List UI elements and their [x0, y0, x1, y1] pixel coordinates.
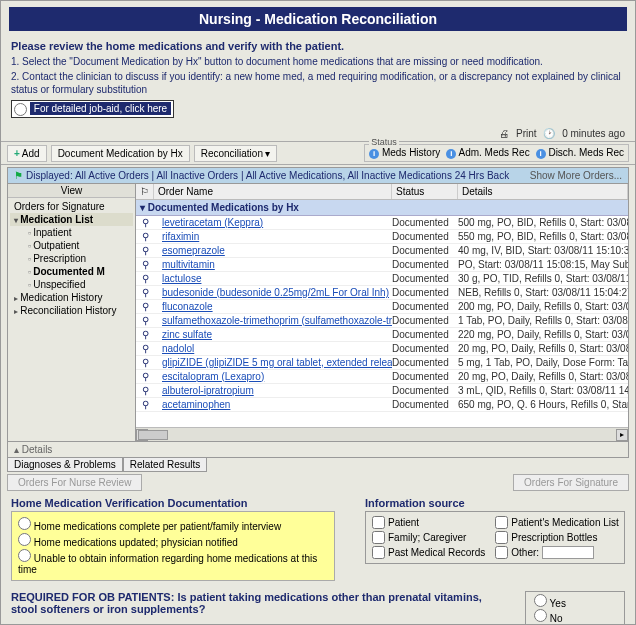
add-button[interactable]: + Add — [7, 145, 47, 162]
orders-grid: ⚐ Order Name Status Details ▾ Documented… — [136, 184, 628, 441]
row-flag-icon: ⚲ — [136, 356, 154, 370]
order-status: Documented — [392, 370, 458, 384]
instructions-block: Please review the home medications and v… — [1, 37, 635, 126]
verify-opt-unable[interactable]: Unable to obtain information regarding h… — [18, 549, 328, 575]
bottom-tabs: Diagnoses & Problems Related Results — [7, 458, 629, 472]
src-family[interactable]: Family; Caregiver — [372, 531, 485, 544]
row-flag-icon: ⚲ — [136, 258, 154, 272]
order-details: 5 mg, 1 Tab, PO, Daily, Dose Form: Tab E… — [458, 356, 628, 370]
order-name-link[interactable]: lactulose — [154, 272, 392, 286]
col-details[interactable]: Details — [458, 184, 628, 199]
disch-meds-rec-status[interactable]: i Disch. Meds Rec — [536, 147, 624, 159]
tree-medication-history[interactable]: Medication History — [10, 291, 133, 304]
adm-meds-rec-status[interactable]: i Adm. Meds Rec — [446, 147, 529, 159]
tree-reconciliation-history[interactable]: Reconciliation History — [10, 304, 133, 317]
src-patient[interactable]: Patient — [372, 516, 485, 529]
print-label[interactable]: Print — [516, 128, 537, 139]
jobaid-radio[interactable] — [14, 103, 27, 116]
col-status[interactable]: Status — [392, 184, 458, 199]
action-row: Orders For Nurse Review Orders For Signa… — [7, 474, 629, 491]
order-name-link[interactable]: multivitamin — [154, 258, 392, 272]
col-order-name[interactable]: Order Name — [154, 184, 392, 199]
ob-no[interactable]: No — [534, 609, 616, 624]
col-flag[interactable]: ⚐ — [136, 184, 154, 199]
order-name-link[interactable]: esomeprazole — [154, 244, 392, 258]
show-more-orders[interactable]: Show More Orders... — [530, 170, 622, 181]
ob-yes-radio[interactable] — [534, 594, 547, 607]
src-family-check[interactable] — [372, 531, 385, 544]
table-row[interactable]: ⚲zinc sulfateDocumented220 mg, PO, Daily… — [136, 328, 628, 342]
src-med-list[interactable]: Patient's Medication List — [495, 516, 619, 529]
meds-history-status[interactable]: i Meds History — [369, 147, 440, 159]
order-name-link[interactable]: escitalopram (Lexapro) — [154, 370, 392, 384]
main-split: View Orders for Signature Medication Lis… — [7, 184, 629, 442]
table-row[interactable]: ⚲nadololDocumented20 mg, PO, Daily, Refi… — [136, 342, 628, 356]
verify-radio-1[interactable] — [18, 517, 31, 530]
scroll-right-icon[interactable]: ▸ — [616, 429, 628, 441]
details-panel-header[interactable]: ▴ Details — [7, 442, 629, 458]
table-row[interactable]: ⚲sulfamethoxazole-trimethoprim (sulfamet… — [136, 314, 628, 328]
order-name-link[interactable]: glipiZIDE (glipiZIDE 5 mg oral tablet, e… — [154, 356, 392, 370]
tree-unspecified[interactable]: Unspecified — [10, 278, 133, 291]
order-name-link[interactable]: albuterol-ipratropium — [154, 384, 392, 398]
order-name-link[interactable]: fluconazole — [154, 300, 392, 314]
table-row[interactable]: ⚲albuterol-ipratropiumDocumented3 mL, QI… — [136, 384, 628, 398]
order-name-link[interactable]: acetaminophen — [154, 398, 392, 412]
jobaid-link[interactable]: For detailed job-aid, click here — [11, 100, 174, 118]
src-patient-check[interactable] — [372, 516, 385, 529]
order-name-link[interactable]: zinc sulfate — [154, 328, 392, 342]
tab-diagnoses-problems[interactable]: Diagnoses & Problems — [7, 458, 123, 472]
order-name-link[interactable]: sulfamethoxazole-trimethoprim (sulfameth… — [154, 314, 392, 328]
src-past-check[interactable] — [372, 546, 385, 559]
display-filter-bar[interactable]: ⚑ Displayed: All Active Orders | All Ina… — [7, 167, 629, 184]
tab-related-results[interactable]: Related Results — [123, 458, 208, 472]
doc-med-by-hx-button[interactable]: Document Medication by Hx — [51, 145, 190, 162]
src-other[interactable]: Other: — [495, 546, 619, 559]
tree-documented[interactable]: Documented M — [10, 265, 133, 278]
table-row[interactable]: ⚲levetiracetam (Keppra)Documented500 mg,… — [136, 216, 628, 230]
print-icon[interactable] — [499, 128, 509, 139]
tree-orders-for-signature[interactable]: Orders for Signature — [10, 200, 133, 213]
tree-medication-list[interactable]: Medication List — [10, 213, 133, 226]
verify-radio-2[interactable] — [18, 533, 31, 546]
src-other-input[interactable] — [542, 546, 594, 559]
order-name-link[interactable]: levetiracetam (Keppra) — [154, 216, 392, 230]
tree-prescription[interactable]: Prescription — [10, 252, 133, 265]
order-name-link[interactable]: budesonide (budesonide 0.25mg/2mL For Or… — [154, 286, 392, 300]
table-row[interactable]: ⚲esomeprazoleDocumented40 mg, IV, BID, S… — [136, 244, 628, 258]
verify-opt-updated[interactable]: Home medications updated; physician noti… — [18, 533, 328, 548]
verify-radio-3[interactable] — [18, 549, 31, 562]
orders-for-nurse-review-button[interactable]: Orders For Nurse Review — [7, 474, 142, 491]
src-med-list-check[interactable] — [495, 516, 508, 529]
orders-for-signature-button[interactable]: Orders For Signature — [513, 474, 629, 491]
src-past[interactable]: Past Medical Records — [372, 546, 485, 559]
ob-yes[interactable]: Yes — [534, 594, 616, 609]
table-row[interactable]: ⚲acetaminophenDocumented650 mg, PO, Q. 6… — [136, 398, 628, 412]
grid-body[interactable]: ▾ Documented Medications by Hx ⚲levetira… — [136, 200, 628, 427]
ob-no-radio[interactable] — [534, 609, 547, 622]
scroll-thumb[interactable] — [138, 430, 168, 440]
verify-opt-complete[interactable]: Home medications complete per patient/fa… — [18, 517, 328, 532]
tree-inpatient[interactable]: Inpatient — [10, 226, 133, 239]
order-details: 220 mg, PO, Daily, Refills 0, Start: 03/… — [458, 328, 628, 342]
table-row[interactable]: ⚲multivitaminDocumentedPO, Start: 03/08/… — [136, 258, 628, 272]
order-details: 650 mg, PO, Q. 6 Hours, Refills 0, Start… — [458, 398, 628, 412]
tree-outpatient[interactable]: Outpatient — [10, 239, 133, 252]
src-other-check[interactable] — [495, 546, 508, 559]
order-name-link[interactable]: rifaximin — [154, 230, 392, 244]
section-documented-by-hx[interactable]: ▾ Documented Medications by Hx — [136, 200, 628, 216]
table-row[interactable]: ⚲lactuloseDocumented30 g, PO, TID, Refil… — [136, 272, 628, 286]
status-group: Status i Meds History i Adm. Meds Rec i … — [364, 144, 629, 162]
table-row[interactable]: ⚲escitalopram (Lexapro)Documented20 mg, … — [136, 370, 628, 384]
horizontal-scrollbar[interactable]: ◂ ▸ — [136, 427, 628, 441]
add-label: Add — [22, 148, 40, 159]
table-row[interactable]: ⚲fluconazoleDocumented200 mg, PO, Daily,… — [136, 300, 628, 314]
table-row[interactable]: ⚲glipiZIDE (glipiZIDE 5 mg oral tablet, … — [136, 356, 628, 370]
information-source: Information source Patient Patient's Med… — [365, 497, 625, 581]
src-bottles-check[interactable] — [495, 531, 508, 544]
reconciliation-button[interactable]: Reconciliation ▾ — [194, 145, 277, 162]
order-name-link[interactable]: nadolol — [154, 342, 392, 356]
src-bottles[interactable]: Prescription Bottles — [495, 531, 619, 544]
table-row[interactable]: ⚲budesonide (budesonide 0.25mg/2mL For O… — [136, 286, 628, 300]
table-row[interactable]: ⚲rifaximinDocumented550 mg, PO, BID, Ref… — [136, 230, 628, 244]
